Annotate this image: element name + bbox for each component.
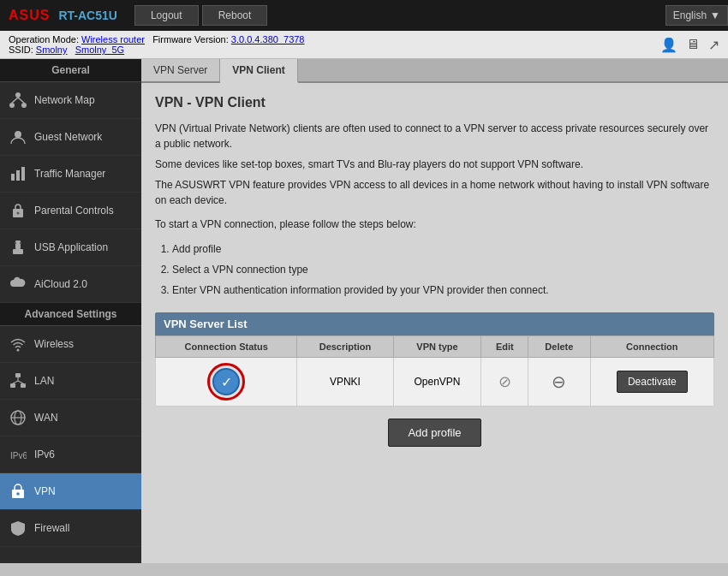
svg-rect-16 [15,373,21,377]
wan-icon [9,408,27,427]
general-section-title: General [0,59,141,82]
usb-application-icon [9,238,27,257]
svg-line-4 [18,98,24,103]
ssid1[interactable]: Smolny [36,45,68,55]
edit-icon[interactable]: ⊘ [498,373,511,390]
guest-network-icon [9,128,27,146]
tab-bar: VPN Server VPN Client [141,59,728,83]
sidebar-item-lan[interactable]: LAN [0,363,141,400]
parental-controls-icon [9,201,27,220]
svg-rect-7 [16,170,20,181]
display-icon: 🖥 [686,37,700,53]
operation-info: Operation Mode: Wireless router Firmware… [9,34,660,55]
sidebar-item-firewall[interactable]: Firewall [0,510,141,547]
step-1: Add profile [172,239,714,259]
language-selector[interactable]: English ▼ [665,5,728,26]
vpn-icon [9,482,27,501]
sidebar-item-guest-network[interactable]: Guest Network [0,119,141,156]
edit-cell: ⊘ [481,358,528,407]
svg-rect-18 [21,383,26,388]
svg-point-15 [17,349,20,352]
add-profile-button[interactable]: Add profile [388,419,480,447]
sidebar-label-traffic-manager: Traffic Manager [34,168,105,180]
col-connection-status: Connection Status [156,336,297,358]
wireless-icon [9,335,27,353]
svg-line-20 [13,381,18,383]
sidebar-item-parental-controls[interactable]: Parental Controls [0,193,141,229]
sidebar-label-usb-application: USB Application [34,241,108,253]
firmware-value[interactable]: 3.0.0.4.380_7378 [231,34,305,45]
firmware-label: Firmware Version: [152,34,229,45]
sidebar-item-wireless[interactable]: Wireless [0,326,141,363]
sidebar-item-ipv6[interactable]: IPv6 IPv6 [0,436,141,473]
sidebar-item-wan[interactable]: WAN [0,400,141,436]
sidebar-label-wan: WAN [34,412,58,424]
svg-line-21 [18,381,23,383]
sidebar-item-vpn[interactable]: VPN [0,473,141,510]
status-circle-inner: ✓ [212,368,240,395]
description-para1: VPN (Virtual Private Network) clients ar… [155,121,714,151]
logo: ASUS RT-AC51U [0,8,126,23]
svg-point-27 [16,492,20,496]
svg-point-1 [9,103,15,108]
content-area: VPN - VPN Client VPN (Virtual Private Ne… [141,83,728,563]
header-buttons: Logout Reboot [134,5,267,26]
info-bar: Operation Mode: Wireless router Firmware… [0,31,728,59]
status-circle-outer: ✓ [207,363,245,401]
language-label: English [673,9,707,21]
vpn-type-cell: OpenVPN [393,358,481,407]
col-vpn-type: VPN type [393,336,481,358]
vpn-table-title: VPN Server List [155,312,714,336]
reboot-button[interactable]: Reboot [202,5,268,26]
steps-intro: To start a VPN connection, please follow… [155,217,714,232]
svg-rect-13 [15,242,16,244]
header: ASUS RT-AC51U Logout Reboot English ▼ [0,0,728,31]
svg-rect-17 [10,383,15,388]
logout-button[interactable]: Logout [134,5,199,26]
description-para3: The ASUSWRT VPN feature provides VPN acc… [155,177,714,208]
sidebar-label-parental-controls: Parental Controls [34,205,114,217]
svg-rect-12 [13,249,23,254]
sidebar-label-ipv6: IPv6 [34,448,55,460]
ipv6-icon: IPv6 [9,445,27,464]
vpn-table-container: VPN Server List Connection Status Descri… [155,312,714,407]
col-delete: Delete [528,336,590,358]
user-icon: 👤 [660,37,677,53]
connection-cell: Deactivate [590,358,713,407]
operation-mode-value[interactable]: Wireless router [81,34,145,45]
svg-line-3 [12,98,18,103]
add-profile-section: Add profile [155,419,714,447]
deactivate-button[interactable]: Deactivate [617,371,688,393]
asus-logo: ASUS [9,8,50,23]
sidebar-label-guest-network: Guest Network [34,131,102,143]
sidebar-item-traffic-manager[interactable]: Traffic Manager [0,156,141,193]
sidebar-label-wireless: Wireless [34,338,74,350]
svg-point-2 [21,103,27,108]
sidebar-label-aicloud: AiCloud 2.0 [34,278,87,290]
sidebar-item-aicloud[interactable]: AiCloud 2.0 [0,266,141,303]
col-connection: Connection [590,336,713,358]
col-description: Description [297,336,393,358]
tab-vpn-server[interactable]: VPN Server [141,59,220,81]
svg-point-10 [17,212,20,215]
svg-rect-8 [21,167,25,181]
description-para2: Some devices like set-top boxes, smart T… [155,157,714,172]
chevron-down-icon: ▼ [710,9,720,21]
network-map-icon [9,91,27,110]
firewall-icon [9,519,27,537]
status-cell: ✓ [156,358,297,407]
page-title: VPN - VPN Client [155,95,714,110]
ssid2[interactable]: Smolny_5G [75,45,124,55]
svg-rect-11 [15,240,21,249]
sidebar-label-vpn: VPN [34,485,56,497]
traffic-manager-icon [9,164,27,183]
delete-icon[interactable]: ⊖ [552,372,566,391]
share-icon: ↗ [708,37,719,53]
sidebar-item-network-map[interactable]: Network Map [0,82,141,119]
tab-vpn-client[interactable]: VPN Client [220,59,297,83]
description-cell: VPNKI [297,358,393,407]
sidebar-item-usb-application[interactable]: USB Application [0,229,141,266]
sidebar-label-network-map: Network Map [34,94,95,106]
svg-text:IPv6: IPv6 [10,451,27,460]
delete-cell: ⊖ [528,358,590,407]
